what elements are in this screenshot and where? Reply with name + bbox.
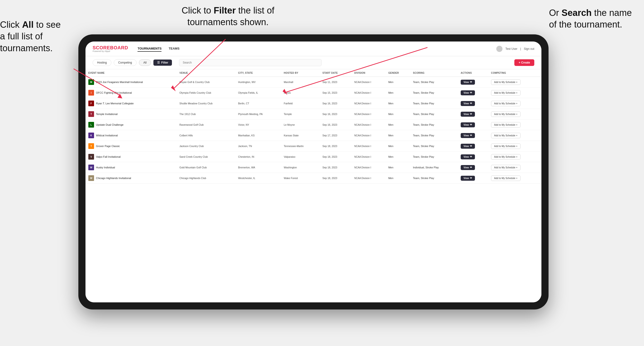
- cell-actions-7: View 👁: [458, 152, 488, 162]
- add-schedule-button-9[interactable]: Add to My Schedule +: [491, 175, 520, 181]
- cell-actions-6: View 👁: [458, 141, 488, 152]
- nav-teams[interactable]: TEAMS: [168, 46, 180, 52]
- view-button-9[interactable]: View 👁: [461, 176, 475, 181]
- cell-city-0: Huntington, WV: [235, 77, 281, 88]
- nav-right: Test User | Sign out: [496, 46, 534, 52]
- tournaments-table: EVENT NAME VENUE CITY, STATE HOSTED BY S…: [86, 69, 542, 183]
- cell-city-4: Victor, NY: [235, 120, 281, 130]
- cell-hosted-8: Washington: [281, 162, 320, 173]
- cell-venue-1: Olympia Fields Country Club: [177, 88, 235, 98]
- tab-hosting[interactable]: Hosting: [92, 59, 111, 66]
- col-competing: COMPETING: [488, 69, 542, 77]
- cell-hosted-1: Illinois: [281, 88, 320, 98]
- col-actions: ACTIONS: [458, 69, 488, 77]
- tablet-screen: SCOREBOARD Powered by clippd TOURNAMENTS…: [86, 41, 542, 302]
- cell-division-9: NCAA Division I: [352, 173, 386, 183]
- event-name-8: Husky Individual: [96, 166, 115, 169]
- add-schedule-button-7[interactable]: Add to My Schedule +: [491, 154, 520, 160]
- add-schedule-button-8[interactable]: Add to My Schedule +: [491, 165, 520, 170]
- cell-city-2: Berlin, CT: [235, 98, 281, 109]
- view-button-1[interactable]: View 👁: [461, 90, 475, 95]
- tournaments-table-container: EVENT NAME VENUE CITY, STATE HOSTED BY S…: [86, 69, 542, 302]
- team-logo-7: V: [88, 154, 94, 160]
- cell-city-7: Chesterton, IN: [235, 152, 281, 162]
- cell-competing-3: Add to My Schedule +: [488, 109, 542, 120]
- col-hosted-by: HOSTED BY: [281, 69, 320, 77]
- cell-event-name-0: M 2023 Joe Feaganes Marshall Invitationa…: [86, 77, 177, 88]
- view-button-4[interactable]: View 👁: [461, 122, 475, 127]
- cell-venue-4: Ravenwood Golf Club: [177, 120, 235, 130]
- table-row: F Ryan T. Lee Memorial Collegiate Shuttl…: [86, 98, 542, 109]
- view-button-2[interactable]: View 👁: [461, 101, 475, 106]
- logo-subtitle: Powered by clippd: [92, 50, 128, 52]
- filter-button[interactable]: ☰ Filter: [154, 59, 172, 66]
- team-logo-0: M: [88, 79, 94, 85]
- eye-icon-8: 👁: [470, 166, 472, 169]
- event-name-5: Wildcat Invitational: [96, 134, 118, 137]
- cell-venue-5: Colbert Hills: [177, 130, 235, 141]
- col-start-date: START DATE: [320, 69, 352, 77]
- cell-event-name-1: I OFCC Fighting Illini Invitational: [86, 88, 177, 98]
- add-schedule-button-5[interactable]: Add to My Schedule +: [491, 133, 520, 138]
- tab-competing[interactable]: Competing: [114, 59, 136, 66]
- add-schedule-button-6[interactable]: Add to My Schedule +: [491, 144, 520, 149]
- view-button-7[interactable]: View 👁: [461, 154, 475, 159]
- cell-city-6: Jackson, TN: [235, 141, 281, 152]
- event-name-1: OFCC Fighting Illini Invitational: [96, 91, 132, 94]
- cell-hosted-4: Le Moyne: [281, 120, 320, 130]
- cell-competing-0: Add to My Schedule +: [488, 77, 542, 88]
- view-button-3[interactable]: View 👁: [461, 112, 475, 117]
- col-gender: GENDER: [386, 69, 410, 77]
- cell-date-0: Sep 11, 2023: [320, 77, 352, 88]
- team-logo-2: F: [88, 101, 94, 106]
- nav-tournaments[interactable]: TOURNAMENTS: [138, 46, 162, 52]
- event-name-7: Valpo Fall Invitational: [96, 155, 121, 158]
- view-button-6[interactable]: View 👁: [461, 144, 475, 149]
- cell-hosted-7: Valparaiso: [281, 152, 320, 162]
- cell-event-name-3: T Temple Invitational: [86, 109, 177, 120]
- add-schedule-button-2[interactable]: Add to My Schedule +: [491, 101, 520, 106]
- table-row: W Husky Individual Gold Mountain Golf Cl…: [86, 162, 542, 173]
- cell-competing-1: Add to My Schedule +: [488, 88, 542, 98]
- cell-gender-6: Men: [386, 141, 410, 152]
- cell-date-7: Sep 18, 2023: [320, 152, 352, 162]
- event-name-6: Grover Page Classic: [96, 145, 120, 148]
- cell-competing-4: Add to My Schedule +: [488, 120, 542, 130]
- cell-city-8: Bremerton, WA: [235, 162, 281, 173]
- cell-venue-6: Jackson Country Club: [177, 141, 235, 152]
- sign-out-link[interactable]: Sign out: [524, 47, 534, 50]
- cell-scoring-9: Team, Stroke Play: [410, 173, 458, 183]
- eye-icon-6: 👁: [470, 145, 472, 147]
- cell-gender-0: Men: [386, 77, 410, 88]
- cell-scoring-7: Team, Stroke Play: [410, 152, 458, 162]
- cell-division-0: NCAA Division I: [352, 77, 386, 88]
- cell-scoring-3: Team, Stroke Play: [410, 109, 458, 120]
- create-button[interactable]: + Create: [514, 59, 534, 66]
- add-schedule-button-3[interactable]: Add to My Schedule +: [491, 111, 520, 117]
- nav-separator: |: [520, 47, 521, 50]
- nav-links: TOURNAMENTS TEAMS: [138, 46, 496, 52]
- add-schedule-button-0[interactable]: Add to My Schedule +: [491, 79, 520, 85]
- cell-city-9: Westchester, IL: [235, 173, 281, 183]
- cell-actions-9: View 👁: [458, 173, 488, 183]
- annotation-left: Click All to see a full list of tourname…: [0, 19, 66, 54]
- add-schedule-button-1[interactable]: Add to My Schedule +: [491, 90, 520, 96]
- cell-venue-2: Shuttle Meadow Country Club: [177, 98, 235, 109]
- eye-icon-4: 👁: [470, 124, 472, 126]
- table-row: T Grover Page Classic Jackson Country Cl…: [86, 141, 542, 152]
- tablet-frame: SCOREBOARD Powered by clippd TOURNAMENTS…: [78, 34, 548, 310]
- cell-venue-9: Chicago Highlands Club: [177, 173, 235, 183]
- add-schedule-button-4[interactable]: Add to My Schedule +: [491, 122, 520, 128]
- eye-icon-1: 👁: [470, 92, 472, 94]
- view-button-5[interactable]: View 👁: [461, 133, 475, 138]
- tab-all[interactable]: All: [139, 59, 151, 66]
- search-input[interactable]: [179, 59, 322, 66]
- view-button-8[interactable]: View 👁: [461, 165, 475, 170]
- cell-venue-7: Sand Creek Country Club: [177, 152, 235, 162]
- cell-event-name-6: T Grover Page Classic: [86, 141, 177, 152]
- team-logo-8: W: [88, 165, 94, 170]
- cell-hosted-9: Wake Forest: [281, 173, 320, 183]
- cell-scoring-0: Team, Stroke Play: [410, 77, 458, 88]
- cell-competing-9: Add to My Schedule +: [488, 173, 542, 183]
- view-button-0[interactable]: View 👁: [461, 80, 475, 85]
